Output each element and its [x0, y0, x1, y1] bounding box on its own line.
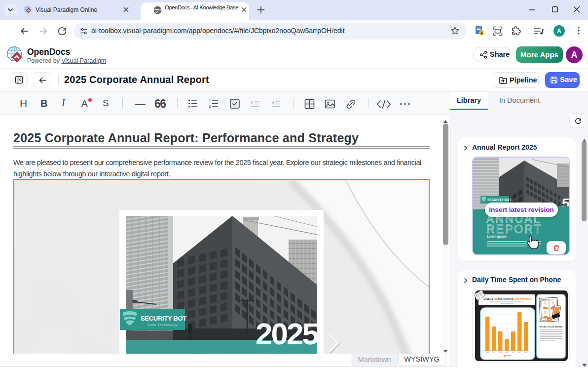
svg-text:SECURITY BOT: SECURITY BOT	[487, 198, 511, 202]
svg-text:1: 1	[481, 341, 482, 343]
svg-text:Fri: Fri	[512, 352, 514, 354]
svg-text:0: 0	[481, 350, 482, 352]
svg-text:1: 1	[209, 98, 211, 103]
svg-text:Sat: Sat	[518, 352, 520, 354]
svg-text:WEEKLY USAGE TRENDS: WEEKLY USAGE TRENDS	[540, 326, 563, 328]
svg-text:SECURITY BOT: SECURITY BOT	[141, 315, 186, 322]
svg-text:DAILY TIME SPENT ON PHONE: DAILY TIME SPENT ON PHONE	[483, 297, 532, 300]
svg-text:REPORT: REPORT	[486, 223, 542, 236]
svg-text:Wed: Wed	[499, 352, 502, 354]
svg-text:2: 2	[209, 104, 211, 109]
svg-text:Sun: Sun	[524, 352, 527, 354]
svg-text:3: 3	[481, 323, 482, 325]
svg-text:Mon: Mon	[486, 352, 489, 354]
svg-text:4: 4	[481, 314, 482, 316]
svg-text:Lorem ipsum: Lorem ipsum	[487, 235, 507, 239]
svg-text:Thu: Thu	[505, 352, 508, 354]
svg-text:Tue: Tue	[492, 352, 495, 354]
svg-text:2: 2	[481, 332, 482, 334]
svg-text:2025: 2025	[256, 317, 318, 351]
svg-text:Safer Technology: Safer Technology	[147, 323, 178, 327]
